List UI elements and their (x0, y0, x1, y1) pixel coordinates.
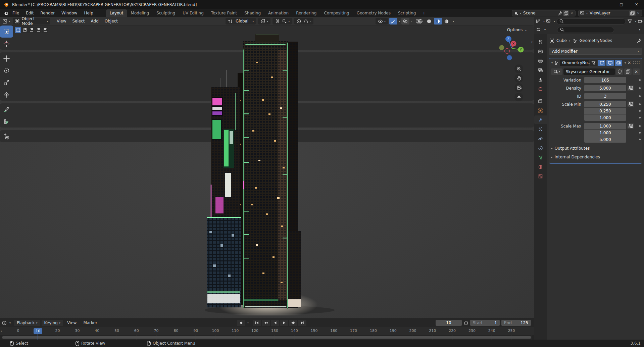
new-collection-icon[interactable] (638, 19, 643, 24)
viewlayer-name[interactable]: ViewLayer (590, 11, 610, 15)
properties-options-chevron[interactable]: ▾ (639, 28, 640, 31)
close-button[interactable]: ✕ (629, 0, 644, 9)
breadcrumb-modifier[interactable]: GeometryNodes (580, 38, 612, 43)
tab-object[interactable] (534, 106, 547, 115)
scene-name[interactable]: Scene (523, 11, 536, 15)
properties-editor-chevron[interactable]: ▾ (544, 28, 546, 31)
tab-texture-paint[interactable]: Texture Paint (207, 9, 241, 17)
maximize-button[interactable]: ▢ (614, 0, 629, 9)
tab-texture[interactable] (534, 172, 547, 181)
pin-id-icon[interactable] (637, 38, 642, 43)
shading-wireframe[interactable] (416, 18, 425, 24)
tab-animation[interactable]: Animation (264, 9, 292, 17)
tool-transform[interactable] (0, 89, 13, 101)
editor-type-icon[interactable] (2, 19, 7, 24)
tab-output[interactable] (534, 56, 547, 65)
menu-window[interactable]: Window (58, 9, 81, 17)
viewlayer-browse-chevron[interactable]: ▾ (586, 12, 588, 15)
tool-move[interactable] (0, 52, 13, 64)
marker-menu[interactable]: Marker (81, 320, 100, 325)
tab-modifiers[interactable] (534, 115, 547, 124)
tab-geometry-nodes[interactable]: Geometry Nodes (353, 9, 394, 17)
modifier-name-field[interactable]: GeometryNo... (560, 60, 589, 66)
view-menu[interactable]: View (64, 320, 79, 325)
select-mode-subtract[interactable] (28, 27, 35, 33)
pin-icon[interactable] (558, 11, 563, 16)
tab-compositing[interactable]: Compositing (320, 9, 353, 17)
outliner-search-input[interactable] (556, 18, 626, 24)
scale-min-z[interactable]: 1.000 (584, 114, 626, 121)
density-value[interactable]: 5.000 (584, 85, 626, 91)
modifier-edit-mode-toggle[interactable] (598, 60, 605, 66)
playback-menu[interactable]: Playback▾ (14, 320, 40, 326)
input-attribute-toggle-icon[interactable] (627, 101, 634, 107)
blender-menu-icon[interactable] (3, 11, 8, 16)
tool-scale[interactable] (0, 77, 13, 89)
viewlayer-selector[interactable]: ▾ ViewLayer ✕ (578, 10, 642, 16)
tab-sculpting[interactable]: Sculpting (153, 9, 179, 17)
tool-cursor[interactable] (0, 38, 13, 50)
orientation-dropdown[interactable]: Global ▾ (226, 18, 256, 24)
mode-dropdown[interactable]: Object Mode ▾ (13, 18, 50, 24)
timeline-editor-chevron[interactable]: ▾ (9, 321, 11, 325)
scale-max-z[interactable]: 5.000 (584, 136, 626, 143)
unlink-scene-button[interactable]: ✕ (569, 11, 575, 15)
shading-material-preview[interactable] (434, 18, 442, 24)
menu-file[interactable]: File (9, 9, 22, 17)
add-workspace-button[interactable]: + (419, 9, 428, 17)
remove-viewlayer-button[interactable]: ✕ (636, 11, 641, 15)
tab-physics[interactable] (534, 134, 547, 143)
tool-annotate[interactable] (0, 103, 13, 115)
playhead[interactable]: 10 (34, 328, 42, 334)
tab-view-layer[interactable] (534, 66, 547, 75)
tool-measure[interactable] (0, 115, 13, 128)
preview-range-stopwatch-icon[interactable] (463, 320, 468, 326)
options-dropdown[interactable]: Options ▾ (507, 28, 527, 32)
ortho-grid-button[interactable] (514, 93, 523, 101)
select-mode-extend[interactable] (21, 27, 28, 33)
timeline-track[interactable] (0, 335, 534, 340)
menu-add[interactable]: Add (88, 19, 102, 23)
editor-type-chevron[interactable]: ▾ (9, 20, 10, 23)
tool-add-cube[interactable] (0, 130, 13, 142)
animate-dot[interactable] (639, 95, 641, 97)
camera-view-button[interactable] (514, 83, 523, 92)
pan-hand-button[interactable] (514, 74, 523, 83)
animate-dot[interactable] (639, 117, 641, 118)
animate-dot[interactable] (639, 132, 641, 134)
tab-object-data[interactable] (534, 153, 547, 162)
tab-uv-editing[interactable]: UV Editing (179, 9, 207, 17)
menu-select[interactable]: Select (69, 19, 88, 23)
new-scene-button[interactable] (563, 10, 569, 16)
fake-user-shield-button[interactable] (616, 68, 623, 75)
frame-end-field[interactable]: End125 (501, 320, 531, 326)
jump-to-end-button[interactable] (298, 320, 306, 326)
properties-editor-type-icon[interactable] (536, 27, 541, 32)
input-attribute-toggle-icon[interactable] (627, 85, 634, 91)
timeline-scrollbar[interactable] (2, 336, 531, 339)
overlays-toggle[interactable] (401, 18, 409, 24)
animate-dot[interactable] (639, 110, 641, 112)
visibility-dropdown[interactable]: ▾ (376, 18, 388, 24)
tab-scripting[interactable]: Scripting (394, 9, 419, 17)
outliner-editor-chevron[interactable]: ▾ (543, 20, 545, 23)
jump-to-start-button[interactable] (253, 320, 261, 326)
animate-dot[interactable] (639, 103, 641, 105)
scene-selector[interactable]: ▾ Scene ✕ (512, 10, 576, 16)
modifier-realtime-toggle[interactable] (606, 60, 614, 66)
node-group-name-field[interactable]: Skyscraper Generator (563, 68, 615, 75)
copy-node-group-button[interactable] (624, 68, 632, 75)
section-internal-dependencies[interactable]: ▸Internal Dependencies (551, 153, 642, 161)
select-mode-intersect[interactable] (42, 27, 48, 33)
scale-min-y[interactable]: 0.250 (584, 108, 626, 114)
modifier-expand-chevron[interactable]: ▾ (551, 61, 553, 64)
tab-constraints[interactable] (534, 144, 547, 152)
previous-keyframe-button[interactable] (262, 320, 270, 326)
menu-render[interactable]: Render (37, 9, 58, 17)
timeline-ruler[interactable]: 0102030405060708090100110120130140150160… (0, 327, 534, 335)
input-attribute-toggle-icon[interactable] (627, 123, 634, 129)
tab-material[interactable] (534, 162, 547, 171)
modifier-vertex-group-toggle[interactable] (590, 60, 597, 66)
animate-dot[interactable] (639, 125, 641, 127)
section-output-attributes[interactable]: ▸Output Attributes (551, 145, 642, 152)
